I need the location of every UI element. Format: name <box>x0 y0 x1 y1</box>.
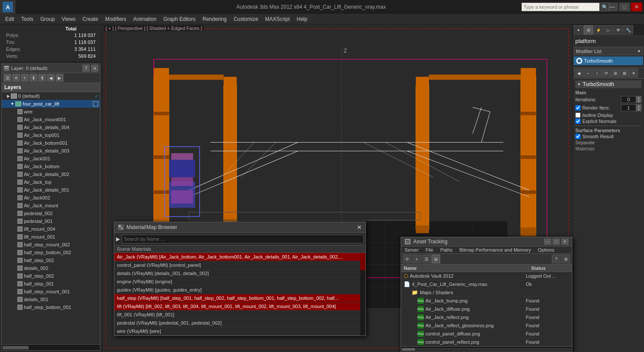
mb-item[interactable]: engine (VRayMtl) [engine] <box>114 278 360 286</box>
list-item[interactable]: details_002 <box>2 264 100 272</box>
mb-item[interactable]: Air_Jack (VRayMtl) [Air_Jack_bottom, Air… <box>114 253 360 261</box>
rp-tab-display[interactable]: 👁 <box>614 25 623 35</box>
list-item[interactable]: Air_Jack_bottom <box>2 163 100 170</box>
at-menu-paths[interactable]: Paths <box>437 246 456 253</box>
rp-tab-modify[interactable]: ⚙ <box>584 25 593 35</box>
modifier-list-header[interactable]: Modifier List ▼ <box>574 47 643 55</box>
table-row[interactable]: 📄 4_Post_Car_Lift_Generic_vray.max Ok <box>401 280 572 289</box>
at-menu-file[interactable]: File <box>422 246 437 253</box>
rp-tool-1[interactable]: ◀ <box>574 69 583 77</box>
mb-item[interactable]: control_panel (VRayMtl) [control_panel] <box>114 261 360 269</box>
table-row[interactable]: PNG control_panel_reflect.png Found <box>401 338 572 346</box>
menu-rendering[interactable]: Rendering <box>199 15 230 23</box>
table-row[interactable]: ⬡ Autodesk Vault 2012 Logged Out ... <box>401 272 572 280</box>
menu-customize[interactable]: Customize <box>230 15 262 23</box>
at-close-button[interactable]: ✕ <box>561 239 568 245</box>
list-item[interactable]: Air_Jack002 <box>2 194 100 202</box>
at-tb-settings[interactable]: ⚙ <box>561 255 570 263</box>
turbosmooth-header[interactable]: ▼ TurboSmooth <box>575 80 641 88</box>
list-item[interactable]: half_step_bottom_001 <box>2 303 100 311</box>
list-item[interactable]: Air_Jack_mount <box>2 202 100 209</box>
list-item[interactable]: half_step_002 <box>2 272 100 280</box>
table-row[interactable]: PNG Air_Jack_reflect.png Found <box>401 313 572 322</box>
rp-tool-3[interactable]: ↕ <box>593 69 601 77</box>
rp-tab-create[interactable]: ✦ <box>574 25 583 35</box>
ts-iterations-down[interactable]: ▼ <box>636 100 641 103</box>
mb-item[interactable]: half_step (VRayMtl) [half_step_001, half… <box>114 294 360 302</box>
list-item[interactable]: lift_mount_004 <box>2 225 100 233</box>
menu-modifiers[interactable]: Modifiers <box>102 15 130 23</box>
maximize-button[interactable]: □ <box>619 3 630 11</box>
at-tb-add[interactable]: + <box>412 255 421 263</box>
table-row[interactable]: PNG Air_Jack_bump.png Found <box>401 297 572 305</box>
menu-maxscript[interactable]: MAXScript <box>262 15 293 23</box>
menu-views[interactable]: Views <box>58 15 79 23</box>
list-item[interactable]: half_step_mount_001 <box>2 288 100 296</box>
ts-render-iters-down[interactable]: ▼ <box>636 108 641 111</box>
menu-tools[interactable]: Tools <box>18 15 37 23</box>
list-item[interactable]: half_step_002 <box>2 256 100 264</box>
list-item[interactable]: Air_Jack_details_003 <box>2 147 100 155</box>
horizontal-scrollbar[interactable] <box>2 344 100 350</box>
ts-smooth-result-checkbox[interactable] <box>575 134 581 139</box>
layer-help-button[interactable]: ? <box>83 65 90 72</box>
mb-close-button[interactable]: ✕ <box>357 224 362 231</box>
list-item[interactable]: ▼ four_post_car_lift <box>2 100 100 108</box>
list-item[interactable]: Air_Jack_details_002 <box>2 170 100 178</box>
layer-tool-5[interactable]: ⬆ <box>38 74 46 82</box>
ts-isoline-checkbox[interactable] <box>575 113 581 118</box>
list-item[interactable]: Air_Jack_mount001 <box>2 116 100 123</box>
list-item[interactable]: ▶ 0 (default) ✓ <box>2 92 100 100</box>
list-item[interactable]: wire <box>2 108 100 116</box>
search-icon[interactable]: 🔍 <box>601 3 609 11</box>
menu-animation[interactable]: Animation <box>130 15 160 23</box>
list-item[interactable]: Air_Jack_top001 <box>2 131 100 139</box>
layer-list[interactable]: ▶ 0 (default) ✓ ▼ four_post_car_lift <box>2 92 100 344</box>
ts-render-iters-control[interactable]: 1 ▲ ▼ <box>621 104 641 111</box>
layer-close-button[interactable]: ✕ <box>91 65 98 72</box>
ts-render-iters-checkbox[interactable] <box>575 105 581 110</box>
at-tb-grid[interactable]: ⊞ <box>432 255 440 263</box>
at-tb-refresh[interactable]: ⟳ <box>403 255 412 263</box>
at-tb-help[interactable]: ? <box>552 255 561 263</box>
list-item[interactable]: half_step_001 <box>2 280 100 288</box>
close-button[interactable]: ✕ <box>631 3 642 11</box>
table-row[interactable]: PNG control_panel_diffuse.png Found <box>401 330 572 338</box>
list-item[interactable]: lift_mount_001 <box>2 233 100 241</box>
list-item[interactable]: details_001 <box>2 296 100 303</box>
rp-tab-motion[interactable]: ▷ <box>604 25 613 35</box>
at-menu-bitmap[interactable]: Bitmap Performance and Memory <box>456 246 534 253</box>
mb-item[interactable]: pedestal (VRayMtl) [pedestal_001, pedest… <box>114 319 360 327</box>
list-item[interactable]: Air_Jack_details_004 <box>2 123 100 131</box>
table-row[interactable]: 📁 Maps / Shaders <box>401 289 572 297</box>
mb-scrollbar[interactable] <box>360 253 365 335</box>
mb-item[interactable]: lift_001 (VRayMtl) [lift_001] <box>114 311 360 319</box>
layer-delete-tool[interactable]: ✕ <box>12 74 20 82</box>
rp-tool-7[interactable]: ✕ <box>629 69 638 77</box>
table-row[interactable]: PNG Air_Jack_reflect_glossiness.png Foun… <box>401 322 572 330</box>
ts-iterations-control[interactable]: 0 ▲ ▼ <box>621 96 641 103</box>
layer-tool-4[interactable]: ⬇ <box>30 74 37 82</box>
list-item[interactable]: Air_Jack_top <box>2 178 100 186</box>
list-item[interactable]: pedestal_002 <box>2 209 100 217</box>
mb-list[interactable]: Air_Jack (VRayMtl) [Air_Jack_bottom, Air… <box>114 253 365 335</box>
layer-add-tool[interactable]: + <box>21 74 29 82</box>
rp-tab-hierarchy[interactable]: ⚡ <box>594 25 603 35</box>
layer-select-tool[interactable]: ☰ <box>3 74 11 82</box>
ts-explicit-normals-checkbox[interactable] <box>575 119 581 124</box>
list-item[interactable]: half_step_mount_002 <box>2 241 100 249</box>
list-item[interactable]: half_step_bottom_002 <box>2 249 100 256</box>
search-input[interactable] <box>521 3 600 11</box>
at-scrollbar[interactable] <box>401 346 572 352</box>
at-maximize-button[interactable]: □ <box>553 239 560 245</box>
menu-create[interactable]: Create <box>79 15 102 23</box>
table-row[interactable]: PNG Air_Jack_diffuse.png Found <box>401 305 572 313</box>
modifier-item[interactable]: TurboSmooth <box>574 56 643 65</box>
mb-item[interactable]: lift (VRayMtl) [lift_002, lift_003, lift… <box>114 302 360 311</box>
mb-item[interactable]: wire (VRayMtl) [wire] <box>114 327 360 335</box>
list-item[interactable]: Air_Jack_bottom001 <box>2 139 100 147</box>
list-item[interactable]: pedestal_001 <box>2 217 100 225</box>
at-menu-server[interactable]: Server <box>401 246 422 253</box>
layer-tool-6[interactable]: ◀ <box>47 74 55 82</box>
mb-item[interactable]: guides (VRayMtl) [guides, guides_entry] <box>114 286 360 294</box>
